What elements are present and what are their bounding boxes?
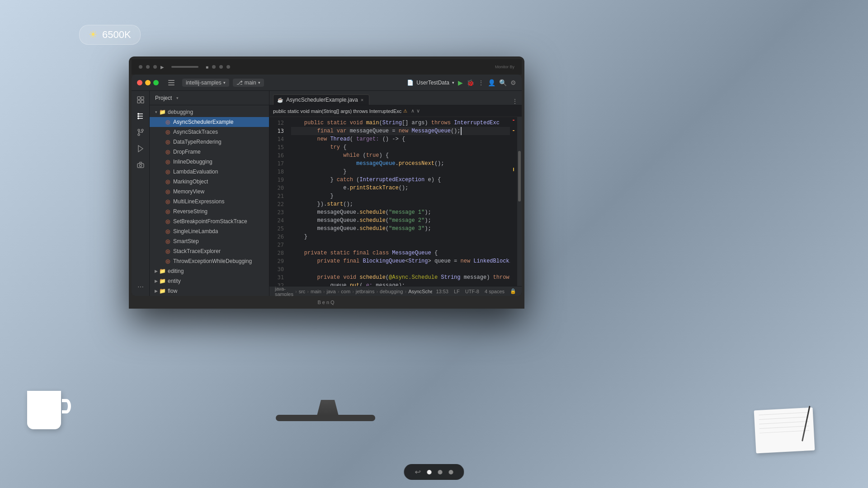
project-tree[interactable]: ▾ 📁 debugging ◎ AsyncSchedulerExample [150,105,269,296]
tab-close-button[interactable]: × [361,97,363,103]
tree-item-multiline[interactable]: ◎ MultiLineExpressions [150,197,269,206]
run-icon[interactable]: ▶ [458,79,463,86]
settings-icon[interactable]: ⚙ [510,79,516,86]
tree-label-flow: flow [168,288,177,294]
status-lock-icon[interactable]: 🔒 [510,288,516,294]
status-line-ending[interactable]: LF [454,289,460,294]
code-line-15: try { [291,143,510,151]
breadcrumb-down[interactable]: ∨ [416,108,420,114]
project-dropdown-arrow[interactable]: ▾ [176,96,179,100]
screen-slider [171,66,198,68]
run-config[interactable]: 📄 UserTestData ▾ [407,80,454,86]
mug [27,391,61,429]
java-icon-setbreakpoint: ◎ [164,218,171,225]
code-line-14: new Thread( target: () -> { [291,135,510,143]
sidebar-camera-icon[interactable] [135,160,146,170]
svg-rect-6 [141,100,144,103]
search-icon[interactable]: 🔍 [499,79,507,86]
monitor-bottom-bezel: BenQ [132,296,522,309]
screen-play-icon: ▶ [160,65,164,70]
tree-label-reverse: ReverseString [173,208,208,215]
tab-menu-button[interactable]: ⋮ [512,98,518,105]
more-icon[interactable]: ⋮ [478,79,484,86]
profile-icon[interactable]: 👤 [488,79,495,86]
line-numbers: ▶ 12 13 14 15 16 17 18 19 20 [269,117,288,286]
status-charset[interactable]: UTF-8 [465,289,479,294]
scrollbar-thumb[interactable] [518,151,521,202]
tree-item-async-scheduler[interactable]: ◎ AsyncSchedulerExample [150,117,269,127]
sidebar-more-icon[interactable]: ⋯ [135,282,146,292]
tree-item-reverse[interactable]: ◎ ReverseString [150,206,269,216]
tree-item-flow[interactable]: ▶ 📁 flow [150,286,269,296]
taskbar-dot-1[interactable] [427,470,432,474]
java-icon-lambda: ◎ [164,168,171,175]
taskbar-back-icon[interactable]: ↩ [415,468,421,476]
code-editor[interactable]: ▶ 12 13 14 15 16 17 18 19 20 [269,117,517,286]
tree-item-inline[interactable]: ◎ InlineDebugging [150,157,269,167]
folder-icon-editing: 📁 [159,267,166,275]
line-num-24: 24 [269,216,284,225]
code-content[interactable]: public static void main(String[] args) t… [288,117,510,286]
tree-item-async-stack[interactable]: ◎ AsyncStackTraces [150,127,269,137]
line-num-22: 22 [269,200,284,208]
sidebar-toggle-icon[interactable] [166,77,177,88]
project-dropdown-icon: ▾ [223,80,226,85]
sep-4: › [338,289,340,294]
screen-stop-icon: ■ [206,65,208,70]
editor-breadcrumb-bar: public static void main(String[] args) t… [269,105,522,117]
editor-tab-async[interactable]: ☕ AsyncSchedulerExample.java × [273,94,369,105]
taskbar-dot-2[interactable] [438,470,443,474]
mug-handle [62,399,71,413]
status-position[interactable]: 13:53 [436,289,448,294]
code-line-12: public static void main(String[] args) t… [291,119,510,127]
java-icon-memory: ◎ [164,188,171,195]
sidebar-run-icon[interactable] [135,143,146,154]
minimize-button[interactable] [145,80,151,85]
java-icon-stacktrace: ◎ [164,248,171,255]
sidebar-structure-icon[interactable] [135,111,146,122]
tree-item-singlelambda[interactable]: ◎ SingleLineLambda [150,226,269,236]
project-selector[interactable]: intellij-samples ▾ [182,79,229,87]
taskbar-dot-3[interactable] [449,470,453,474]
tree-item-setbreakpoint[interactable]: ◎ SetBreakpointFromStackTrace [150,216,269,226]
vertical-scrollbar[interactable] [517,117,522,286]
right-gutter [510,117,517,286]
tree-item-datatype[interactable]: ◎ DataTypeRendering [150,137,269,147]
tree-item-memory[interactable]: ◎ MemoryView [150,187,269,197]
tree-label-async-stack: AsyncStackTraces [173,129,218,135]
svg-point-9 [137,115,139,117]
svg-point-15 [138,134,140,136]
tree-arrow-entity: ▶ [153,279,159,283]
monitor-brand-logo: BenQ [317,300,335,305]
maximize-button[interactable] [153,80,159,85]
status-indent[interactable]: 4 spaces [485,289,505,294]
title-bar: intellij-samples ▾ ⎇ main ▾ 📄 UserTestDa… [132,75,522,91]
line-num-20: 20 [269,184,284,192]
java-icon-throw: ◎ [164,258,171,265]
tree-item-debugging[interactable]: ▾ 📁 debugging [150,107,269,117]
sidebar-git-icon[interactable] [135,127,146,138]
svg-point-18 [139,164,142,167]
tree-item-marking[interactable]: ◎ MarkingObject [150,177,269,187]
tree-item-entity[interactable]: ▶ 📁 entity [150,276,269,286]
tree-label-singlelambda: SingleLineLambda [173,228,218,235]
line-num-16: 16 [269,151,284,160]
tree-label-lambda: LambdaEvaluation [173,169,218,175]
code-line-31: private void schedule(@Async.Schedule St… [291,273,510,282]
tree-item-stacktrace[interactable]: ◎ StackTraceExplorer [150,246,269,256]
run-config-name: UserTestData [416,80,449,86]
tree-label-setbreakpoint: SetBreakpointFromStackTrace [173,218,247,225]
close-button[interactable] [137,80,142,85]
code-line-26: } [291,233,510,241]
sidebar-project-icon[interactable] [135,94,146,105]
tree-item-dropframe[interactable]: ◎ DropFrame [150,147,269,157]
light-widget[interactable]: ☀ 6500K [79,25,141,45]
tree-item-smartstep[interactable]: ◎ SmartStep [150,236,269,246]
tree-item-lambda[interactable]: ◎ LambdaEvaluation [150,167,269,177]
debug-icon[interactable]: 🐞 [467,79,474,86]
tree-item-throw[interactable]: ◎ ThrowExceptionWhileDebugging [150,256,269,266]
warning-icon: ⚠ [403,108,407,113]
breadcrumb-up[interactable]: ∧ [411,108,415,114]
branch-selector[interactable]: ⎇ main ▾ [233,79,264,87]
tree-item-editing[interactable]: ▶ 📁 editing [150,266,269,276]
